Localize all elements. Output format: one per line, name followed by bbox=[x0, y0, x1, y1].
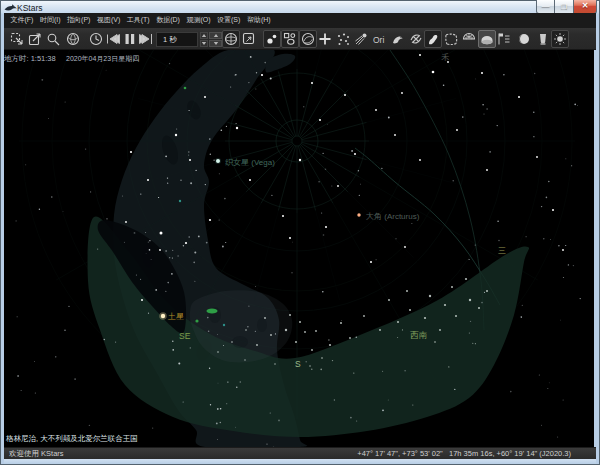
svg-text:S: S bbox=[295, 359, 301, 369]
svg-text:土星: 土星 bbox=[167, 312, 184, 321]
svg-text:织女星 (Vega): 织女星 (Vega) bbox=[225, 158, 275, 167]
svg-text:SE: SE bbox=[179, 331, 191, 341]
svg-text:大角 (Arcturus): 大角 (Arcturus) bbox=[366, 212, 420, 221]
svg-text:地方时: 1:51:38: 地方时: 1:51:38 bbox=[4, 54, 56, 63]
svg-text:格林尼治, 大不列颠及北爱尔兰联合王国: 格林尼治, 大不列颠及北爱尔兰联合王国 bbox=[5, 434, 138, 443]
svg-text:禾: 禾 bbox=[441, 53, 449, 62]
svg-text:西南: 西南 bbox=[410, 330, 428, 340]
svg-text:2020年04月23日星期四: 2020年04月23日星期四 bbox=[66, 55, 139, 63]
svg-text:Ori: Ori bbox=[373, 35, 384, 45]
svg-text:三: 三 bbox=[498, 246, 506, 255]
